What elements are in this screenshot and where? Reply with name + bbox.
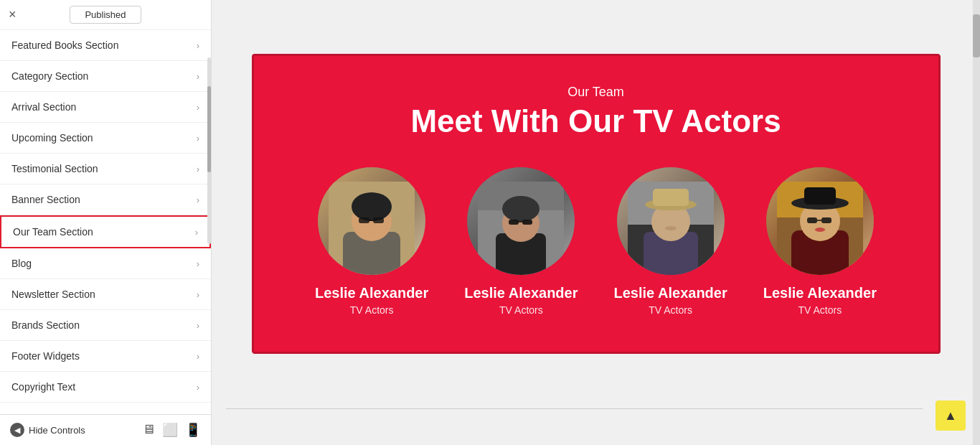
scroll-thumb [207, 86, 211, 172]
sidebar-chevron-footer-widgets: › [197, 351, 199, 362]
svg-rect-13 [509, 220, 519, 225]
sidebar-chevron-our-team: › [195, 227, 198, 238]
team-subtitle: Our Team [283, 85, 910, 100]
sidebar-item-brands[interactable]: Brands Section › [0, 310, 211, 341]
sidebar-item-copyright[interactable]: Copyright Text › [0, 372, 211, 403]
sidebar-item-testimonial[interactable]: Testimonial Section › [0, 154, 211, 184]
member-name-3: Leslie Alexander [614, 285, 727, 301]
scroll-indicator [207, 57, 211, 244]
team-member-4: Leslie Alexander TV Actors [763, 167, 877, 316]
svg-point-12 [502, 196, 540, 222]
scroll-to-top-button[interactable]: ▲ [936, 400, 966, 431]
bottom-bar: ▲ [226, 393, 966, 431]
sidebar-bottom: ◀ Hide Controls 🖥 ⬜ 📱 [0, 414, 211, 445]
sidebar-item-label-upcoming: Upcoming Section [11, 132, 93, 144]
sidebar-item-label-copyright: Copyright Text [11, 381, 75, 393]
member-avatar-2 [467, 167, 575, 275]
sidebar-item-featured-books[interactable]: Featured Books Section › [0, 30, 211, 61]
sidebar-item-label-featured-books: Featured Books Section [11, 39, 118, 51]
hide-controls-arrow: ◀ [10, 423, 24, 437]
member-avatar-1 [318, 167, 425, 275]
sidebar-item-arrival[interactable]: Arrival Section › [0, 92, 211, 123]
sidebar-chevron-banner: › [197, 195, 199, 205]
avatar-silhouette-1 [318, 167, 425, 275]
member-name-4: Leslie Alexander [763, 285, 877, 301]
sidebar-item-label-our-team: Our Team Section [13, 226, 93, 238]
sidebar-chevron-arrival: › [197, 102, 199, 113]
sidebar-item-label-arrival: Arrival Section [11, 101, 76, 113]
sidebar-item-label-footer-widgets: Footer Widgets [11, 350, 80, 362]
sidebar-item-upcoming[interactable]: Upcoming Section › [0, 123, 211, 154]
sidebar-item-contact[interactable]: Contact › [0, 403, 211, 414]
team-member-1: Leslie Alexander TV Actors [315, 167, 428, 316]
published-button[interactable]: Published [70, 6, 141, 24]
sidebar-item-category[interactable]: Category Section › [0, 61, 211, 92]
svg-rect-21 [653, 189, 689, 206]
tablet-view-icon[interactable]: ⬜ [162, 422, 178, 438]
sidebar-chevron-testimonial: › [197, 164, 199, 174]
sidebar-item-banner[interactable]: Banner Section › [0, 184, 211, 215]
member-name-2: Leslie Alexander [464, 285, 578, 301]
sidebar-item-newsletter[interactable]: Newsletter Section › [0, 279, 211, 310]
svg-point-22 [665, 226, 677, 230]
close-button[interactable]: × [9, 7, 17, 22]
right-scrollbar[interactable] [973, 0, 980, 445]
sidebar-chevron-category: › [197, 71, 199, 82]
member-role-2: TV Actors [499, 304, 543, 316]
view-icons: 🖥 ⬜ 📱 [142, 422, 201, 438]
team-members: Leslie Alexander TV Actors [283, 167, 910, 316]
sidebar-chevron-featured-books: › [197, 40, 199, 51]
sidebar-item-label-category: Category Section [11, 70, 88, 82]
svg-point-4 [352, 192, 392, 221]
svg-rect-5 [359, 217, 369, 223]
member-avatar-4 [766, 167, 874, 275]
hide-controls-label: Hide Controls [29, 425, 85, 436]
hide-controls-button[interactable]: ◀ Hide Controls [10, 423, 85, 437]
svg-rect-30 [821, 217, 831, 223]
sidebar-chevron-newsletter: › [197, 289, 199, 300]
sidebar-list: Featured Books Section › Category Sectio… [0, 30, 211, 414]
bottom-line [226, 408, 923, 409]
svg-rect-28 [804, 187, 836, 205]
avatar-silhouette-3 [617, 167, 725, 275]
member-name-1: Leslie Alexander [315, 285, 428, 301]
svg-rect-6 [373, 217, 384, 223]
member-role-1: TV Actors [350, 304, 394, 316]
member-role-4: TV Actors [798, 304, 842, 316]
svg-point-32 [815, 228, 825, 232]
svg-rect-14 [522, 220, 532, 225]
sidebar-top-bar: × Published [0, 0, 211, 30]
sidebar-item-blog[interactable]: Blog › [0, 248, 211, 279]
sidebar-item-label-blog: Blog [11, 258, 32, 269]
avatar-silhouette-2 [467, 167, 575, 275]
main-preview: Our Team Meet With Our TV Actors [212, 0, 980, 445]
mobile-view-icon[interactable]: 📱 [185, 422, 201, 438]
sidebar: × Published Featured Books Section › Cat… [0, 0, 212, 445]
sidebar-item-label-banner: Banner Section [11, 194, 80, 205]
team-member-2: Leslie Alexander TV Actors [464, 167, 578, 316]
sidebar-chevron-brands: › [197, 320, 199, 331]
sidebar-chevron-upcoming: › [197, 133, 199, 144]
right-scrollbar-thumb [973, 14, 980, 57]
sidebar-item-our-team[interactable]: Our Team Section › [0, 215, 211, 248]
team-title: Meet With Our TV Actors [283, 104, 910, 139]
avatar-silhouette-4 [766, 167, 874, 275]
preview-area: Our Team Meet With Our TV Actors [226, 14, 966, 393]
desktop-view-icon[interactable]: 🖥 [142, 422, 155, 438]
svg-rect-29 [807, 217, 817, 223]
sidebar-item-label-brands: Brands Section [11, 319, 80, 331]
sidebar-item-label-newsletter: Newsletter Section [11, 289, 95, 300]
sidebar-chevron-copyright: › [197, 382, 199, 393]
sidebar-chevron-blog: › [197, 258, 199, 269]
member-role-3: TV Actors [649, 304, 692, 316]
team-section: Our Team Meet With Our TV Actors [252, 54, 941, 354]
member-avatar-3 [617, 167, 725, 275]
sidebar-item-label-testimonial: Testimonial Section [11, 163, 98, 174]
sidebar-item-footer-widgets[interactable]: Footer Widgets › [0, 341, 211, 372]
team-member-3: Leslie Alexander TV Actors [614, 167, 727, 316]
